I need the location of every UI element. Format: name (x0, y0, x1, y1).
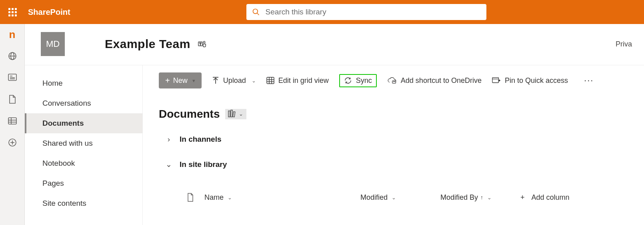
list-icon[interactable] (8, 116, 17, 126)
site-title[interactable]: Example Team (105, 37, 190, 51)
site-logo[interactable]: MD (41, 32, 65, 56)
nav-conversations[interactable]: Conversations (25, 93, 142, 113)
nav-shared[interactable]: Shared with us (25, 133, 142, 153)
svg-point-0 (253, 9, 258, 14)
svg-rect-27 (492, 78, 499, 83)
file-icon[interactable] (8, 94, 17, 104)
col-modified[interactable]: Modified ⌄ (360, 193, 440, 202)
grid-icon (266, 77, 274, 84)
col-name-label: Name (204, 193, 224, 202)
more-commands[interactable]: ··· (584, 75, 594, 86)
svg-rect-31 (233, 112, 236, 117)
chevron-down-icon: ⌄ (487, 195, 492, 201)
section-site-library[interactable]: ⌄ In site library (159, 160, 644, 169)
doc-type-icon[interactable] (187, 193, 194, 202)
new-label: New (173, 76, 188, 85)
pin-label: Pin to Quick access (505, 76, 568, 85)
svg-rect-5 (8, 74, 16, 80)
section-channels[interactable]: › In channels (159, 135, 644, 144)
sync-icon (344, 77, 352, 84)
upload-button[interactable]: Upload ⌄ (212, 76, 256, 85)
svg-point-18 (203, 41, 205, 43)
app-launcher[interactable] (0, 0, 25, 24)
add-icon[interactable] (8, 138, 17, 147)
svg-rect-29 (228, 111, 230, 117)
chevron-down-icon: ⌄ (392, 195, 396, 201)
col-modified-label: Modified (360, 193, 388, 202)
stack-icon (228, 110, 236, 118)
nav-sitecontents[interactable]: Site contents (25, 193, 142, 213)
svg-rect-30 (231, 110, 232, 117)
col-name[interactable]: Name ⌄ (204, 193, 360, 202)
nav-documents[interactable]: Documents (25, 113, 142, 133)
onedrive-shortcut-icon (387, 77, 397, 84)
column-headers: Name ⌄ Modified ⌄ Modified By ↑ ⌄ + A (159, 193, 644, 202)
nav-pages[interactable]: Pages (25, 173, 142, 193)
search-box[interactable] (246, 4, 486, 20)
add-column[interactable]: + Add column (520, 193, 570, 202)
chevron-right-icon: › (165, 135, 172, 144)
site-header: MD Example Team T Priva (25, 24, 644, 65)
shortcut-button[interactable]: Add shortcut to OneDrive (387, 76, 482, 85)
grid-label: Edit in grid view (278, 76, 329, 85)
new-button[interactable]: + New ▾ (159, 72, 202, 88)
news-icon[interactable] (8, 73, 17, 82)
privacy-label: Priva (616, 40, 632, 48)
suite-header: SharePoint (0, 0, 644, 24)
waffle-icon (8, 8, 17, 16)
sync-button[interactable]: Sync (339, 74, 377, 87)
nav-notebook[interactable]: Notebook (25, 153, 142, 173)
col-modifiedby-label: Modified By (440, 193, 478, 202)
library-page: + New ▾ Upload ⌄ Edit in grid view (143, 65, 644, 225)
nav-home[interactable]: Home (25, 73, 142, 93)
globe-icon[interactable] (8, 51, 17, 61)
shortcut-label: Add shortcut to OneDrive (401, 76, 482, 85)
home-app-icon[interactable]: n (8, 30, 17, 39)
teams-icon[interactable]: T (198, 40, 206, 48)
svg-rect-9 (8, 118, 16, 124)
command-bar: + New ▾ Upload ⌄ Edit in grid view (159, 71, 644, 90)
section-site-label: In site library (180, 160, 227, 169)
add-column-label: Add column (532, 193, 570, 202)
plus-icon: + (165, 76, 170, 85)
pin-icon (492, 77, 501, 84)
search-input[interactable] (266, 8, 481, 16)
grid-button[interactable]: Edit in grid view (266, 76, 329, 85)
site-nav: Home Conversations Documents Shared with… (25, 65, 143, 225)
app-rail: n (0, 24, 25, 225)
upload-icon (212, 76, 219, 84)
chevron-down-icon: ⌄ (228, 195, 232, 201)
sync-label: Sync (356, 76, 372, 85)
svg-line-1 (257, 13, 259, 15)
product-name[interactable]: SharePoint (28, 8, 70, 17)
chevron-down-icon: ⌄ (239, 111, 243, 117)
chevron-down-icon: ⌄ (165, 160, 172, 169)
section-channels-label: In channels (180, 135, 222, 144)
plus-icon: + (520, 193, 525, 202)
chevron-down-icon: ▾ (192, 78, 195, 84)
chevron-down-icon: ⌄ (252, 78, 256, 84)
library-title: Documents (159, 108, 220, 121)
svg-rect-21 (267, 77, 274, 84)
sort-asc-icon: ↑ (480, 194, 483, 201)
col-modified-by[interactable]: Modified By ↑ ⌄ (440, 193, 520, 202)
svg-text:T: T (199, 42, 201, 46)
upload-label: Upload (223, 76, 246, 85)
pin-button[interactable]: Pin to Quick access (492, 76, 568, 85)
view-selector[interactable]: ⌄ (225, 109, 246, 119)
search-icon (252, 8, 260, 16)
